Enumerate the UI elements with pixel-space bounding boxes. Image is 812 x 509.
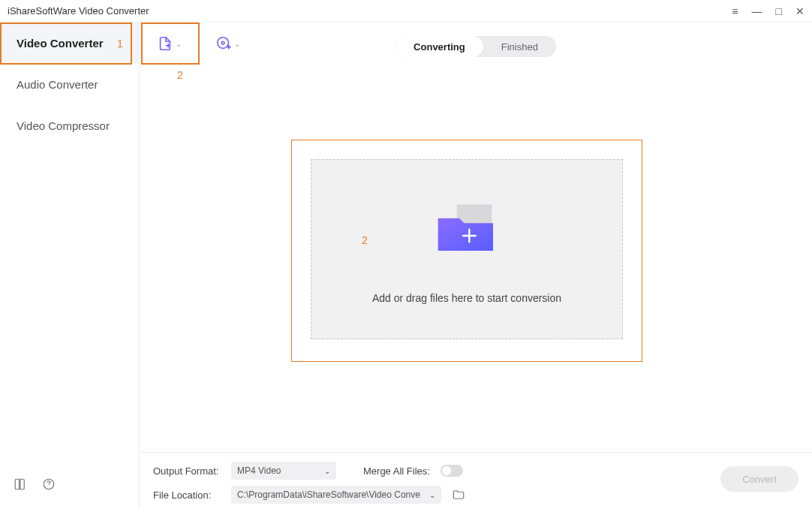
titlebar: iShareSoftWare Video Converter ≡ — □ ✕	[0, 0, 812, 23]
chevron-down-icon: ⌄	[324, 467, 330, 475]
status-segment: Converting Finished	[395, 36, 556, 57]
maximize-icon[interactable]: □	[776, 5, 782, 17]
help-icon[interactable]	[42, 477, 56, 491]
sidebar-item-label: Video Converter	[17, 37, 104, 50]
output-format-select[interactable]: MP4 Video ⌄	[231, 462, 336, 480]
sidebar-item-video-converter[interactable]: Video Converter	[0, 23, 139, 64]
sidebar-item-video-compressor[interactable]: Video Compressor	[0, 105, 139, 146]
sidebar-item-audio-converter[interactable]: Audio Converter	[0, 64, 139, 105]
drop-zone[interactable]: Add or drag files here to start conversi…	[311, 159, 623, 339]
drop-text: Add or drag files here to start conversi…	[372, 292, 561, 304]
menu-icon[interactable]: ≡	[732, 5, 738, 17]
sidebar: Video Converter Audio Converter Video Co…	[0, 23, 140, 509]
output-format-label: Output Format:	[153, 465, 225, 477]
minimize-icon[interactable]: —	[752, 5, 762, 17]
app-title: iShareSoftWare Video Converter	[8, 5, 732, 17]
svg-point-2	[221, 41, 224, 44]
disc-add-icon	[215, 35, 232, 52]
close-icon[interactable]: ✕	[795, 5, 804, 17]
add-disc-button[interactable]: ⌄	[198, 23, 257, 65]
folder-add-icon	[429, 194, 504, 270]
file-location-label: File Location:	[153, 489, 225, 501]
main-area: ⌄ ⌄ Converting Finished	[140, 23, 812, 509]
book-icon[interactable]	[14, 477, 27, 491]
chevron-down-icon: ⌄	[429, 491, 435, 499]
segment-finished[interactable]: Finished	[483, 36, 556, 57]
convert-button[interactable]: Convert	[720, 466, 798, 492]
file-location-select[interactable]: C:\ProgramData\iShareSoftware\Video Conv…	[231, 486, 441, 504]
merge-switch[interactable]	[441, 465, 463, 477]
chevron-down-icon: ⌄	[234, 40, 240, 48]
add-file-button[interactable]: ⌄	[140, 23, 198, 65]
chevron-down-icon: ⌄	[176, 40, 182, 48]
merge-label: Merge All Files:	[363, 465, 430, 477]
sidebar-item-label: Video Compressor	[17, 119, 110, 132]
window-controls: ≡ — □ ✕	[732, 5, 804, 17]
open-folder-icon[interactable]	[452, 488, 465, 501]
sidebar-item-label: Audio Converter	[17, 78, 98, 91]
add-file-icon	[157, 35, 173, 52]
segment-converting[interactable]: Converting	[395, 36, 483, 57]
content: Add or drag files here to start conversi…	[140, 65, 812, 452]
bottom-bar: Output Format: MP4 Video ⌄ Merge All Fil…	[140, 452, 812, 509]
